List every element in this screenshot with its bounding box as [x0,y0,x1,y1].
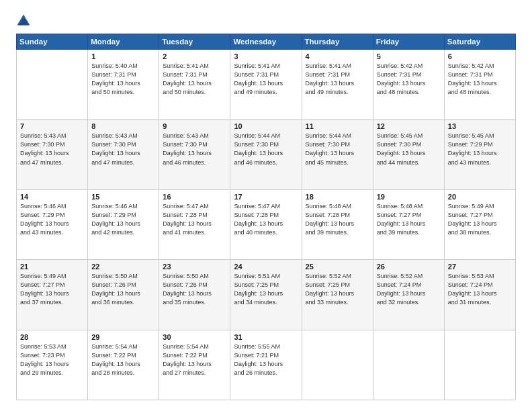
day-number: 28 [20,333,84,341]
day-info: Sunrise: 5:52 AM Sunset: 7:25 PM Dayligh… [306,272,369,307]
day-number: 26 [377,263,441,271]
calendar-cell [17,50,88,120]
calendar-week-row: 28Sunrise: 5:53 AM Sunset: 7:23 PM Dayli… [17,330,516,400]
calendar-week-row: 14Sunrise: 5:46 AM Sunset: 7:29 PM Dayli… [17,189,516,259]
calendar-cell: 17Sunrise: 5:47 AM Sunset: 7:28 PM Dayli… [230,189,302,259]
calendar-cell: 18Sunrise: 5:48 AM Sunset: 7:28 PM Dayli… [302,189,373,259]
header-row: SundayMondayTuesdayWednesdayThursdayFrid… [17,34,516,50]
day-of-week-header: Friday [373,34,444,50]
logo [16,13,34,28]
day-number: 18 [306,193,369,201]
day-number: 1 [91,52,155,60]
day-number: 11 [306,122,369,130]
day-number: 20 [448,193,512,201]
day-of-week-header: Tuesday [159,34,230,50]
page: SundayMondayTuesdayWednesdayThursdayFrid… [0,0,532,411]
day-info: Sunrise: 5:51 AM Sunset: 7:25 PM Dayligh… [234,272,298,307]
calendar-cell: 10Sunrise: 5:44 AM Sunset: 7:30 PM Dayli… [230,120,302,189]
day-info: Sunrise: 5:47 AM Sunset: 7:28 PM Dayligh… [163,202,226,237]
calendar-cell: 26Sunrise: 5:52 AM Sunset: 7:24 PM Dayli… [373,260,444,330]
day-of-week-header: Saturday [444,34,515,50]
day-info: Sunrise: 5:45 AM Sunset: 7:30 PM Dayligh… [377,132,441,167]
calendar-cell [373,330,444,400]
calendar-cell: 8Sunrise: 5:43 AM Sunset: 7:30 PM Daylig… [88,120,159,189]
calendar-cell: 4Sunrise: 5:41 AM Sunset: 7:31 PM Daylig… [302,50,373,120]
day-info: Sunrise: 5:47 AM Sunset: 7:28 PM Dayligh… [234,202,298,237]
calendar-cell: 24Sunrise: 5:51 AM Sunset: 7:25 PM Dayli… [230,260,302,330]
day-info: Sunrise: 5:49 AM Sunset: 7:27 PM Dayligh… [448,202,512,237]
calendar-week-row: 1Sunrise: 5:40 AM Sunset: 7:31 PM Daylig… [17,50,516,120]
day-of-week-header: Monday [88,34,159,50]
day-info: Sunrise: 5:44 AM Sunset: 7:30 PM Dayligh… [234,132,298,167]
calendar-cell: 31Sunrise: 5:55 AM Sunset: 7:21 PM Dayli… [230,330,302,400]
calendar-cell: 6Sunrise: 5:42 AM Sunset: 7:31 PM Daylig… [444,50,515,120]
day-info: Sunrise: 5:49 AM Sunset: 7:27 PM Dayligh… [20,272,84,307]
calendar-cell: 27Sunrise: 5:53 AM Sunset: 7:24 PM Dayli… [444,260,515,330]
calendar-cell: 23Sunrise: 5:50 AM Sunset: 7:26 PM Dayli… [159,260,230,330]
calendar-body: 1Sunrise: 5:40 AM Sunset: 7:31 PM Daylig… [17,50,516,400]
calendar-week-row: 21Sunrise: 5:49 AM Sunset: 7:27 PM Dayli… [17,260,516,330]
day-number: 19 [377,193,441,201]
day-info: Sunrise: 5:50 AM Sunset: 7:26 PM Dayligh… [91,272,155,307]
day-number: 16 [163,193,226,201]
day-info: Sunrise: 5:41 AM Sunset: 7:31 PM Dayligh… [306,62,369,97]
day-info: Sunrise: 5:50 AM Sunset: 7:26 PM Dayligh… [163,272,226,307]
day-number: 17 [234,193,298,201]
calendar-cell: 2Sunrise: 5:41 AM Sunset: 7:31 PM Daylig… [159,50,230,120]
calendar-cell: 25Sunrise: 5:52 AM Sunset: 7:25 PM Dayli… [302,260,373,330]
day-info: Sunrise: 5:42 AM Sunset: 7:31 PM Dayligh… [448,62,512,97]
day-info: Sunrise: 5:48 AM Sunset: 7:27 PM Dayligh… [377,202,441,237]
header [16,13,516,28]
day-of-week-header: Wednesday [230,34,302,50]
calendar-cell: 19Sunrise: 5:48 AM Sunset: 7:27 PM Dayli… [373,189,444,259]
calendar-header: SundayMondayTuesdayWednesdayThursdayFrid… [17,34,516,50]
day-number: 9 [163,122,226,130]
calendar-cell: 5Sunrise: 5:42 AM Sunset: 7:31 PM Daylig… [373,50,444,120]
day-info: Sunrise: 5:43 AM Sunset: 7:30 PM Dayligh… [91,132,155,167]
day-number: 6 [448,52,512,60]
day-number: 22 [91,263,155,271]
calendar-cell [302,330,373,400]
day-number: 2 [163,52,226,60]
calendar-cell [444,330,515,400]
day-number: 10 [234,122,298,130]
day-info: Sunrise: 5:48 AM Sunset: 7:28 PM Dayligh… [306,202,369,237]
day-info: Sunrise: 5:52 AM Sunset: 7:24 PM Dayligh… [377,272,441,307]
day-number: 8 [91,122,155,130]
calendar-cell: 14Sunrise: 5:46 AM Sunset: 7:29 PM Dayli… [17,189,88,259]
calendar-cell: 1Sunrise: 5:40 AM Sunset: 7:31 PM Daylig… [88,50,159,120]
day-number: 13 [448,122,512,130]
calendar-cell: 16Sunrise: 5:47 AM Sunset: 7:28 PM Dayli… [159,189,230,259]
calendar-cell: 15Sunrise: 5:46 AM Sunset: 7:29 PM Dayli… [88,189,159,259]
day-number: 31 [234,333,298,341]
day-info: Sunrise: 5:46 AM Sunset: 7:29 PM Dayligh… [91,202,155,237]
calendar-cell: 12Sunrise: 5:45 AM Sunset: 7:30 PM Dayli… [373,120,444,189]
calendar-table: SundayMondayTuesdayWednesdayThursdayFrid… [16,34,516,400]
day-number: 27 [448,263,512,271]
day-info: Sunrise: 5:42 AM Sunset: 7:31 PM Dayligh… [377,62,441,97]
calendar-cell: 21Sunrise: 5:49 AM Sunset: 7:27 PM Dayli… [17,260,88,330]
calendar-cell: 28Sunrise: 5:53 AM Sunset: 7:23 PM Dayli… [17,330,88,400]
day-info: Sunrise: 5:54 AM Sunset: 7:22 PM Dayligh… [163,342,226,377]
day-info: Sunrise: 5:46 AM Sunset: 7:29 PM Dayligh… [20,202,84,237]
day-info: Sunrise: 5:41 AM Sunset: 7:31 PM Dayligh… [163,62,226,97]
calendar-cell: 13Sunrise: 5:45 AM Sunset: 7:29 PM Dayli… [444,120,515,189]
day-number: 15 [91,193,155,201]
day-info: Sunrise: 5:43 AM Sunset: 7:30 PM Dayligh… [163,132,226,167]
calendar-cell: 22Sunrise: 5:50 AM Sunset: 7:26 PM Dayli… [88,260,159,330]
day-info: Sunrise: 5:53 AM Sunset: 7:24 PM Dayligh… [448,272,512,307]
calendar-cell: 3Sunrise: 5:41 AM Sunset: 7:31 PM Daylig… [230,50,302,120]
day-of-week-header: Sunday [17,34,88,50]
day-info: Sunrise: 5:55 AM Sunset: 7:21 PM Dayligh… [234,342,298,377]
calendar-cell: 7Sunrise: 5:43 AM Sunset: 7:30 PM Daylig… [17,120,88,189]
day-number: 5 [377,52,441,60]
day-number: 23 [163,263,226,271]
calendar-week-row: 7Sunrise: 5:43 AM Sunset: 7:30 PM Daylig… [17,120,516,189]
day-number: 7 [20,122,84,130]
day-number: 4 [306,52,369,60]
day-number: 12 [377,122,441,130]
day-info: Sunrise: 5:53 AM Sunset: 7:23 PM Dayligh… [20,342,84,377]
day-info: Sunrise: 5:40 AM Sunset: 7:31 PM Dayligh… [91,62,155,97]
day-info: Sunrise: 5:45 AM Sunset: 7:29 PM Dayligh… [448,132,512,167]
day-number: 24 [234,263,298,271]
